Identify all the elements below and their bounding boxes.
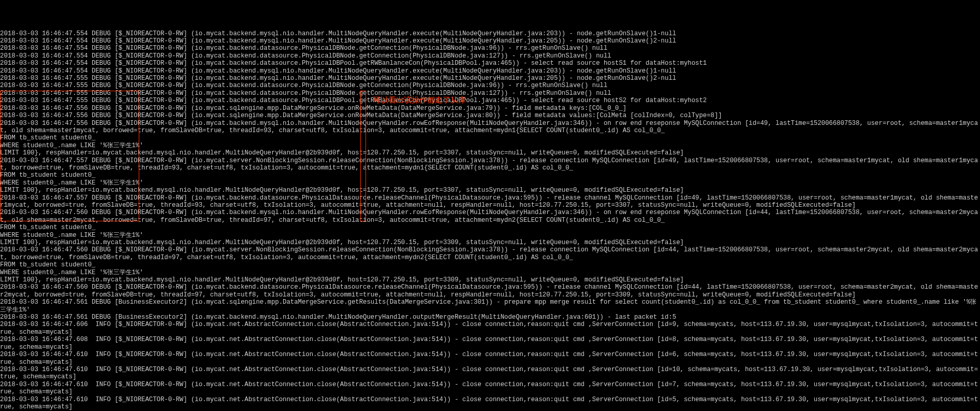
log-line[interactable]: 2018-03-03 16:46:47.561 DEBUG [BusinessE… [0,314,980,321]
log-line[interactable]: 2018-03-03 16:46:47.610 INFO [$_NIOREACT… [0,396,980,411]
log-line[interactable]: WHERE student0_.name LIKE '%张三学生1%' [0,142,980,149]
log-line[interactable]: 2018-03-03 16:46:47.554 DEBUG [$_NIOREAC… [0,67,980,75]
log-line[interactable]: FROM tb_student student0_ [0,172,980,179]
log-line[interactable]: 2018-03-03 16:46:47.608 INFO [$_NIOREACT… [0,336,980,351]
log-line[interactable]: 2018-03-03 16:46:47.554 DEBUG [$_NIOREAC… [0,52,980,60]
log-line[interactable]: 2018-03-03 16:46:47.555 DEBUG [$_NIOREAC… [0,90,980,97]
log-line[interactable]: WHERE student0_.name LIKE '%张三学生1%' [0,269,980,276]
log-line[interactable]: 2018-03-03 16:46:47.554 DEBUG [$_NIOREAC… [0,37,980,45]
log-line[interactable]: WHERE student0_.name LIKE '%张三学生1%' [0,232,980,239]
log-line[interactable]: 2018-03-03 16:46:47.561 DEBUG [BusinessE… [0,299,980,314]
log-line[interactable]: 2018-03-03 16:46:47.556 DEBUG [$_NIOREAC… [0,105,980,112]
log-line[interactable]: 2018-03-03 16:46:47.555 DEBUG [$_NIOREAC… [0,82,980,89]
log-line[interactable]: 2018-03-03 16:46:47.555 DEBUG [$_NIOREAC… [0,75,980,82]
log-line[interactable]: 2018-03-03 16:46:47.557 DEBUG [$_NIOREAC… [0,194,980,209]
log-line[interactable]: 2018-03-03 16:46:47.555 DEBUG [$_NIOREAC… [0,97,980,104]
log-line[interactable]: 2018-03-03 16:46:47.610 INFO [$_NIOREACT… [0,366,980,381]
log-line[interactable]: FROM tb_student student0_ [0,261,980,268]
log-line[interactable]: 2018-03-03 16:46:47.610 INFO [$_NIOREACT… [0,351,980,366]
log-line[interactable]: 2018-03-03 16:46:47.554 DEBUG [$_NIOREAC… [0,60,980,67]
log-line[interactable]: 2018-03-03 16:46:47.560 DEBUG [$_NIOREAC… [0,209,980,224]
log-line[interactable]: 2018-03-03 16:46:47.606 INFO [$_NIOREACT… [0,321,980,336]
log-line[interactable]: LIMIT 100}, respHandler=io.mycat.backend… [0,276,980,284]
log-line[interactable]: LIMIT 100}, respHandler=io.mycat.backend… [0,239,980,246]
log-line[interactable]: 2018-03-03 16:46:47.554 DEBUG [$_NIOREAC… [0,30,980,37]
log-line[interactable]: 2018-03-03 16:46:47.557 DEBUG [$_NIOREAC… [0,157,980,172]
annotation-text: 可以看出该操作都走了从库 [373,96,466,104]
log-line[interactable]: 2018-03-03 16:46:47.610 INFO [$_NIOREACT… [0,381,980,396]
log-line[interactable]: LIMIT 100}, respHandler=io.mycat.backend… [0,149,980,157]
log-line[interactable]: LIMIT 100}, respHandler=io.mycat.backend… [0,187,980,194]
log-line[interactable]: 2018-03-03 16:46:47.560 DEBUG [$_NIOREAC… [0,284,980,299]
log-line[interactable]: 2018-03-03 16:46:47.556 DEBUG [$_NIOREAC… [0,112,980,119]
log-output[interactable]: 2018-03-03 16:46:47.554 DEBUG [$_NIOREAC… [0,30,980,411]
log-line[interactable]: FROM tb_student student0_ [0,224,980,231]
log-line[interactable]: 2018-03-03 16:46:47.560 DEBUG [$_NIOREAC… [0,246,980,261]
log-line[interactable]: WHERE student0_.name LIKE '%张三学生1%' [0,179,980,187]
log-line[interactable]: 2018-03-03 16:46:47.556 DEBUG [$_NIOREAC… [0,120,980,135]
log-line[interactable]: FROM tb_student student0_ [0,134,980,141]
log-line[interactable]: 2018-03-03 16:46:47.554 DEBUG [$_NIOREAC… [0,45,980,52]
